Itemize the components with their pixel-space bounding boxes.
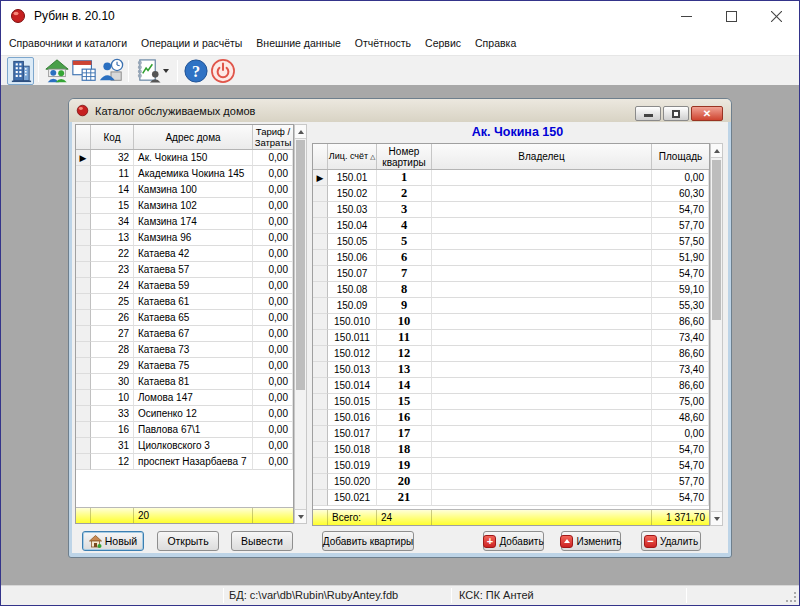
menu-external-data[interactable]: Внешние данные xyxy=(249,37,347,49)
apartment-row[interactable]: 150.017 17 0,00 xyxy=(313,426,709,442)
apartment-row[interactable]: 150.018 18 54,70 xyxy=(313,442,709,458)
menu-help[interactable]: Справка xyxy=(468,37,523,49)
apartment-row[interactable]: 150.05 5 57,50 xyxy=(313,234,709,250)
house-row[interactable]: 15 Камзина 102 0,00 xyxy=(76,198,293,214)
house-row[interactable]: 14 Камзина 100 0,00 xyxy=(76,182,293,198)
scrollbar-thumb[interactable] xyxy=(712,160,721,320)
total-label: Всего: xyxy=(328,510,377,525)
menu-references[interactable]: Справочники и каталоги xyxy=(2,37,134,49)
house-row[interactable]: 29 Катаева 75 0,00 xyxy=(76,358,293,374)
header-tariff[interactable]: Тариф / Затраты xyxy=(253,125,293,149)
house-row[interactable]: 34 Камзина 174 0,00 xyxy=(76,214,293,230)
app-window: Рубин в. 20.10 Справочники и каталоги Оп… xyxy=(0,0,800,606)
apartment-row[interactable]: 150.06 6 51,90 xyxy=(313,250,709,266)
header-account[interactable]: Лиц. счёт△ xyxy=(328,144,377,169)
sort-asc-icon: △ xyxy=(370,151,375,162)
scroll-down-icon[interactable] xyxy=(711,511,722,525)
browser-calendar-icon[interactable] xyxy=(70,57,97,85)
person-clock-icon[interactable] xyxy=(97,57,124,85)
journal-person-icon[interactable] xyxy=(133,57,163,85)
header-area[interactable]: Площадь xyxy=(652,144,709,169)
apartments-scrollbar[interactable] xyxy=(710,143,723,526)
apartment-row[interactable]: 150.021 21 54,70 xyxy=(313,490,709,506)
house-row[interactable]: 28 Катаева 73 0,00 xyxy=(76,342,293,358)
catalog-minimize-button[interactable] xyxy=(635,106,661,121)
power-icon[interactable] xyxy=(209,57,236,85)
apartment-row[interactable]: 150.015 15 75,00 xyxy=(313,394,709,410)
building-icon[interactable] xyxy=(7,57,34,85)
house-people-icon[interactable] xyxy=(43,57,70,85)
house-row[interactable]: 22 Катаева 42 0,00 xyxy=(76,246,293,262)
output-button[interactable]: Вывести xyxy=(231,531,293,551)
scroll-up-icon[interactable] xyxy=(295,125,306,139)
window-title: Рубин в. 20.10 xyxy=(34,9,115,23)
house-row[interactable]: 25 Катаева 61 0,00 xyxy=(76,294,293,310)
catalog-client-area: Код Адрес дома Тариф / Затраты ▶ 32 Ак. … xyxy=(72,122,728,553)
scroll-up-icon[interactable] xyxy=(711,144,722,158)
apartment-row[interactable]: 150.09 9 55,30 xyxy=(313,298,709,314)
house-row[interactable]: ▶ 32 Ак. Чокина 150 0,00 xyxy=(76,150,293,166)
houses-grid-footer: 20 xyxy=(76,507,293,523)
apartment-row[interactable]: ▶ 150.01 1 0,00 xyxy=(313,170,709,186)
catalog-titlebar[interactable]: Каталог обслуживаемых домов ✕ xyxy=(69,99,731,122)
close-button[interactable] xyxy=(754,1,799,31)
edit-arrow-icon xyxy=(560,535,573,548)
apartment-row[interactable]: 150.04 4 57,70 xyxy=(313,218,709,234)
apartment-row[interactable]: 150.013 13 73,40 xyxy=(313,362,709,378)
header-owner[interactable]: Владелец xyxy=(432,144,652,169)
house-row[interactable]: 16 Павлова 67\1 0,00 xyxy=(76,422,293,438)
house-row[interactable]: 33 Осипенко 12 0,00 xyxy=(76,406,293,422)
apartment-row[interactable]: 150.020 20 57,70 xyxy=(313,474,709,490)
header-address[interactable]: Адрес дома xyxy=(134,125,253,149)
apartment-row[interactable]: 150.012 12 86,60 xyxy=(313,346,709,362)
app-ruby-icon xyxy=(10,8,26,24)
delete-button[interactable]: −Удалить xyxy=(641,531,701,551)
header-code[interactable]: Код xyxy=(91,125,134,149)
help-icon[interactable]: ? xyxy=(182,57,209,85)
apartment-row[interactable]: 150.014 14 86,60 xyxy=(313,378,709,394)
catalog-window: Каталог обслуживаемых домов ✕ Код Адрес … xyxy=(68,98,732,558)
house-row[interactable]: 24 Катаева 59 0,00 xyxy=(76,278,293,294)
open-button[interactable]: Открыть xyxy=(157,531,219,551)
house-icon xyxy=(89,535,102,548)
minimize-button[interactable] xyxy=(664,1,709,31)
apartment-row[interactable]: 150.02 2 60,30 xyxy=(313,186,709,202)
svg-text:?: ? xyxy=(191,61,199,80)
apartment-row[interactable]: 150.07 7 54,70 xyxy=(313,266,709,282)
apartment-row[interactable]: 150.019 19 54,70 xyxy=(313,458,709,474)
maximize-button[interactable] xyxy=(709,1,754,31)
house-row[interactable]: 31 Циолковского 3 0,00 xyxy=(76,438,293,454)
catalog-maximize-button[interactable] xyxy=(663,106,689,121)
menu-reports[interactable]: Отчётность xyxy=(348,37,418,49)
titlebar: Рубин в. 20.10 xyxy=(1,1,799,31)
houses-scrollbar[interactable] xyxy=(294,124,307,524)
house-row[interactable]: 27 Катаева 67 0,00 xyxy=(76,326,293,342)
house-row[interactable]: 12 проспект Назарбаева 7 0,00 xyxy=(76,454,293,470)
house-row[interactable]: 13 Камзина 96 0,00 xyxy=(76,230,293,246)
house-row[interactable]: 23 Катаева 57 0,00 xyxy=(76,262,293,278)
selected-house-title: Ак. Чокина 150 xyxy=(312,125,723,141)
status-db-path: БД: c:\var\db\Rubin\RubyAntey.fdb xyxy=(229,589,398,601)
scrollbar-thumb[interactable] xyxy=(296,140,305,390)
apartment-row[interactable]: 150.03 3 54,70 xyxy=(313,202,709,218)
menu-operations[interactable]: Операции и расчёты xyxy=(134,37,249,49)
house-row[interactable]: 11 Академика Чокина 145 0,00 xyxy=(76,166,293,182)
add-button[interactable]: +Добавить xyxy=(483,531,544,551)
header-apt[interactable]: Номер квартиры xyxy=(377,144,432,169)
houses-grid-body: ▶ 32 Ак. Чокина 150 0,00 11 Академика Чо… xyxy=(76,150,293,470)
house-row[interactable]: 10 Ломова 147 0,00 xyxy=(76,390,293,406)
house-row[interactable]: 26 Катаева 65 0,00 xyxy=(76,310,293,326)
menu-service[interactable]: Сервис xyxy=(418,37,468,49)
apartment-row[interactable]: 150.010 10 86,60 xyxy=(313,314,709,330)
scroll-down-icon[interactable] xyxy=(295,509,306,523)
dropdown-arrow-icon[interactable] xyxy=(163,69,173,73)
apartment-row[interactable]: 150.011 11 73,40 xyxy=(313,330,709,346)
catalog-close-button[interactable]: ✕ xyxy=(691,106,723,121)
edit-button[interactable]: Изменить xyxy=(561,531,621,551)
add-apartments-button[interactable]: Добавить квартиры xyxy=(322,531,414,551)
apartment-row[interactable]: 150.016 16 48,60 xyxy=(313,410,709,426)
new-button[interactable]: Новый xyxy=(82,531,144,551)
resize-grip[interactable] xyxy=(785,591,797,603)
house-row[interactable]: 30 Катаева 81 0,00 xyxy=(76,374,293,390)
apartment-row[interactable]: 150.08 8 59,10 xyxy=(313,282,709,298)
